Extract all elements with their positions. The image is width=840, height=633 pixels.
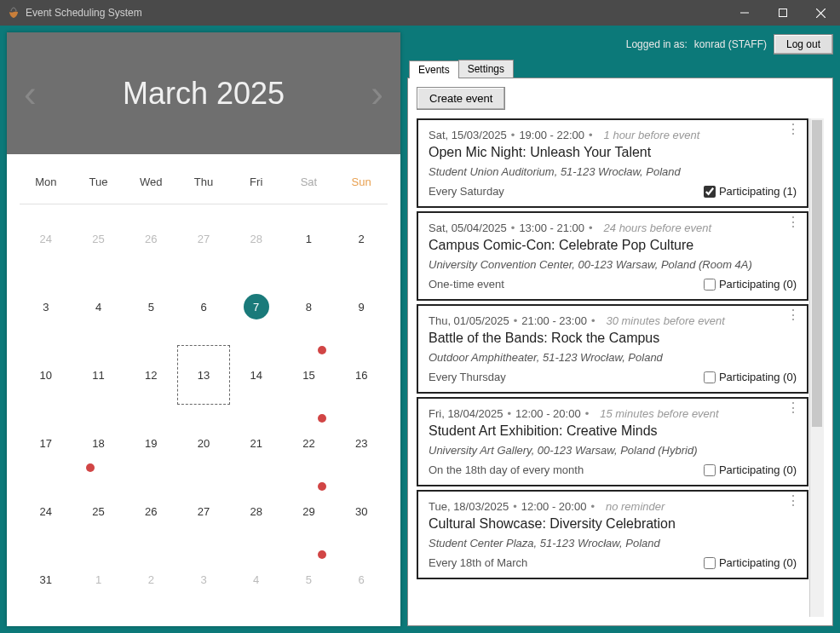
prev-month-button[interactable]: ‹ bbox=[24, 72, 37, 115]
calendar-day[interactable]: 20 bbox=[177, 409, 230, 477]
event-recurrence: Every 18th of March bbox=[429, 556, 527, 569]
calendar-day[interactable]: 21 bbox=[230, 409, 283, 477]
calendar-day[interactable]: 24 bbox=[20, 477, 72, 545]
user-name: konrad (STAFF) bbox=[694, 38, 767, 50]
participating-toggle[interactable]: Participating (0) bbox=[704, 556, 797, 569]
event-title: Battle of the Bands: Rock the Campus bbox=[429, 331, 797, 346]
calendar-day[interactable]: 8 bbox=[283, 273, 336, 341]
event-recurrence: Every Thursday bbox=[429, 371, 506, 383]
event-reminder: 15 minutes before event bbox=[600, 407, 718, 420]
calendar-day[interactable]: 28 bbox=[230, 204, 283, 273]
calendar-day[interactable]: 22 bbox=[283, 409, 336, 477]
dow-label: Fri bbox=[230, 176, 283, 188]
event-time: 12:00 - 20:00 bbox=[521, 500, 587, 513]
calendar-day[interactable]: 31 bbox=[20, 545, 72, 613]
participating-toggle[interactable]: Participating (0) bbox=[704, 278, 797, 291]
calendar-day[interactable]: 25 bbox=[72, 477, 125, 545]
event-reminder: 24 hours before event bbox=[604, 222, 711, 234]
event-menu-icon[interactable]: ⋮ bbox=[786, 498, 800, 504]
event-recurrence: Every Saturday bbox=[429, 185, 504, 198]
calendar-day[interactable]: 17 bbox=[20, 409, 72, 477]
scrollbar[interactable] bbox=[809, 118, 824, 617]
close-button[interactable] bbox=[802, 0, 840, 26]
calendar-day[interactable]: 27 bbox=[177, 204, 230, 273]
calendar-day[interactable]: 30 bbox=[335, 477, 388, 545]
participating-checkbox[interactable] bbox=[704, 371, 716, 383]
participating-label: Participating (1) bbox=[719, 185, 797, 198]
tab-settings[interactable]: Settings bbox=[458, 60, 514, 78]
event-card[interactable]: ⋮ Fri, 18/04/2025•12:00 - 20:00•15 minut… bbox=[417, 397, 808, 486]
event-card[interactable]: ⋮ Tue, 18/03/2025•12:00 - 20:00•no remin… bbox=[417, 490, 808, 579]
participating-toggle[interactable]: Participating (0) bbox=[704, 371, 797, 383]
calendar-day[interactable]: 9 bbox=[335, 273, 388, 341]
calendar-day[interactable]: 10 bbox=[20, 341, 72, 409]
event-card[interactable]: ⋮ Sat, 05/04/2025•13:00 - 21:00•24 hours… bbox=[417, 211, 808, 301]
participating-checkbox[interactable] bbox=[704, 186, 716, 198]
calendar-day[interactable]: 13 bbox=[177, 345, 230, 405]
calendar-day[interactable]: 27 bbox=[177, 477, 230, 545]
participating-checkbox[interactable] bbox=[704, 557, 716, 569]
minimize-button[interactable] bbox=[725, 0, 763, 26]
calendar-day[interactable]: 4 bbox=[72, 273, 125, 341]
event-dot-icon bbox=[318, 550, 326, 559]
event-location: Student Center Plaza, 51-123 Wrocław, Po… bbox=[429, 537, 797, 550]
event-dot-icon bbox=[318, 346, 326, 354]
calendar-day[interactable]: 1 bbox=[283, 204, 336, 273]
event-date: Thu, 01/05/2025 bbox=[429, 314, 509, 327]
logout-button[interactable]: Log out bbox=[774, 34, 833, 55]
calendar-day[interactable]: 18 bbox=[72, 409, 125, 477]
tab-strip: Events Settings bbox=[407, 60, 833, 78]
calendar-day[interactable]: 12 bbox=[124, 341, 177, 409]
calendar-day[interactable]: 26 bbox=[124, 477, 177, 545]
calendar-day[interactable]: 3 bbox=[177, 545, 230, 613]
calendar-day[interactable]: 19 bbox=[124, 409, 177, 477]
event-menu-icon[interactable]: ⋮ bbox=[786, 313, 800, 318]
titlebar: Event Scheduling System bbox=[0, 0, 840, 26]
create-event-button[interactable]: Create event bbox=[417, 87, 505, 110]
participating-checkbox[interactable] bbox=[704, 464, 716, 476]
calendar-day[interactable]: 2 bbox=[335, 204, 388, 273]
calendar-day[interactable]: 5 bbox=[283, 545, 336, 613]
calendar-day[interactable]: 16 bbox=[335, 341, 388, 409]
calendar-day[interactable]: 28 bbox=[230, 477, 283, 545]
calendar-title: March 2025 bbox=[123, 76, 285, 112]
calendar-day[interactable]: 26 bbox=[124, 204, 177, 273]
event-reminder: no reminder bbox=[606, 500, 665, 513]
event-time: 19:00 - 22:00 bbox=[519, 129, 584, 141]
participating-toggle[interactable]: Participating (1) bbox=[704, 185, 797, 198]
dow-label: Wed bbox=[124, 176, 177, 188]
calendar-day[interactable]: 5 bbox=[124, 273, 177, 341]
calendar-day[interactable]: 24 bbox=[20, 204, 72, 273]
calendar-day[interactable]: 7 bbox=[230, 273, 283, 341]
calendar-day[interactable]: 3 bbox=[20, 273, 72, 341]
dow-label: Thu bbox=[177, 176, 230, 188]
participating-toggle[interactable]: Participating (0) bbox=[704, 463, 797, 476]
calendar-day[interactable]: 6 bbox=[335, 545, 388, 613]
calendar-day[interactable]: 11 bbox=[72, 341, 125, 409]
calendar-day[interactable]: 15 bbox=[283, 341, 336, 409]
event-title: Open Mic Night: Unleash Your Talent bbox=[429, 145, 797, 160]
calendar-day[interactable]: 6 bbox=[177, 273, 230, 341]
calendar-day[interactable]: 1 bbox=[72, 545, 125, 613]
dow-label: Tue bbox=[72, 176, 125, 188]
event-recurrence: One-time event bbox=[429, 278, 504, 291]
tab-events[interactable]: Events bbox=[409, 60, 459, 78]
calendar-day[interactable]: 14 bbox=[230, 341, 283, 409]
events-list: ⋮ Sat, 15/03/2025•19:00 - 22:00•1 hour b… bbox=[417, 118, 824, 617]
calendar-day[interactable]: 23 bbox=[335, 409, 388, 477]
calendar-day[interactable]: 2 bbox=[124, 545, 177, 613]
participating-checkbox[interactable] bbox=[704, 279, 716, 291]
event-card[interactable]: ⋮ Thu, 01/05/2025•21:00 - 23:00•30 minut… bbox=[417, 304, 808, 394]
maximize-button[interactable] bbox=[763, 0, 802, 26]
event-card[interactable]: ⋮ Sat, 15/03/2025•19:00 - 22:00•1 hour b… bbox=[417, 118, 808, 208]
calendar-day[interactable]: 25 bbox=[72, 204, 125, 273]
calendar-day[interactable]: 29 bbox=[283, 477, 336, 545]
event-menu-icon[interactable]: ⋮ bbox=[786, 220, 800, 225]
next-month-button[interactable]: › bbox=[371, 72, 383, 115]
event-menu-icon[interactable]: ⋮ bbox=[786, 406, 800, 411]
logged-in-label: Logged in as: bbox=[626, 38, 688, 50]
calendar-day[interactable]: 4 bbox=[230, 545, 283, 613]
event-menu-icon[interactable]: ⋮ bbox=[786, 127, 800, 132]
dow-label: Sun bbox=[335, 176, 388, 188]
event-title: Student Art Exhibition: Creative Minds bbox=[429, 423, 797, 439]
